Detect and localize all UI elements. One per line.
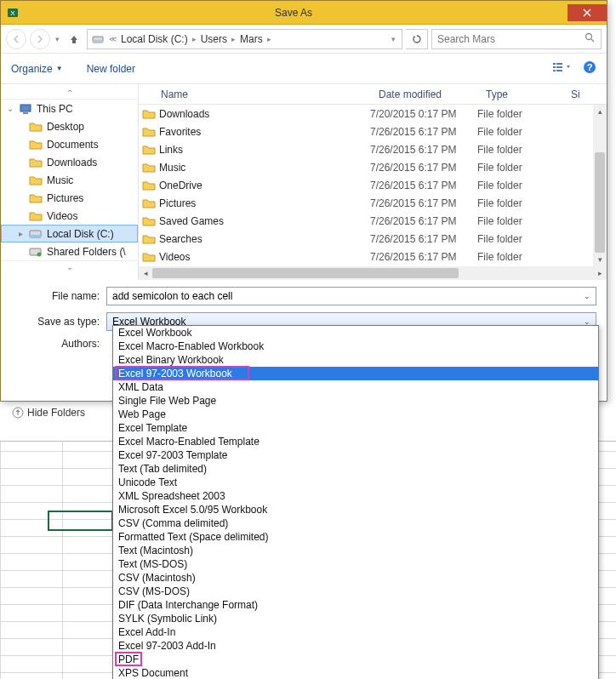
- file-row[interactable]: Favorites7/26/2015 6:17 PMFile folder: [139, 123, 607, 140]
- scroll-up-arrow[interactable]: ▴: [593, 105, 607, 118]
- filetype-option[interactable]: Excel Template: [113, 421, 598, 435]
- folder-icon: [29, 246, 43, 258]
- column-type[interactable]: Type: [479, 88, 564, 100]
- filetype-option[interactable]: Unicode Text: [113, 476, 598, 489]
- tree-item[interactable]: Downloads: [1, 153, 138, 171]
- tree-item-this-pc[interactable]: ⌄ This PC: [1, 100, 138, 117]
- scroll-down-arrow[interactable]: ▾: [593, 253, 607, 266]
- filetype-option[interactable]: Excel 97-2003 Workbook: [113, 367, 598, 380]
- expand-icon[interactable]: ▸: [16, 229, 25, 238]
- organize-menu[interactable]: Organize ▼: [11, 63, 63, 75]
- filetype-option[interactable]: Text (Tab delimited): [113, 462, 598, 476]
- breadcrumb-part[interactable]: Mars: [240, 33, 263, 45]
- svg-rect-16: [20, 105, 31, 111]
- file-row[interactable]: Pictures7/26/2015 6:17 PMFile folder: [139, 194, 607, 212]
- file-row[interactable]: OneDrive7/26/2015 6:17 PMFile folder: [139, 176, 607, 194]
- nav-history-dropdown[interactable]: ▾: [54, 35, 61, 43]
- filetype-option[interactable]: DIF (Data Interchange Format): [113, 598, 598, 612]
- filetype-option[interactable]: PDF: [113, 653, 598, 666]
- tree-item[interactable]: Pictures: [1, 189, 138, 207]
- tree-item[interactable]: Desktop: [1, 117, 138, 135]
- file-name: Music: [159, 162, 370, 174]
- file-row[interactable]: Music7/26/2015 6:17 PMFile folder: [139, 158, 607, 176]
- nav-forward-button[interactable]: [30, 29, 50, 49]
- hide-folders-button[interactable]: Hide Folders: [12, 407, 85, 419]
- filetype-option[interactable]: Single File Web Page: [113, 394, 598, 408]
- new-folder-button[interactable]: New folder: [87, 63, 135, 75]
- column-name[interactable]: Name: [154, 88, 372, 100]
- file-row[interactable]: Links7/26/2015 6:17 PMFile folder: [139, 140, 607, 158]
- filetype-option[interactable]: SYLK (Symbolic Link): [113, 612, 598, 625]
- window-close-button[interactable]: [568, 4, 607, 21]
- filetype-option[interactable]: Text (MS-DOS): [113, 557, 598, 571]
- column-date[interactable]: Date modified: [372, 88, 479, 100]
- folder-icon: [139, 180, 159, 191]
- address-bar[interactable]: ≪ Local Disk (C:) ▸ Users ▸ Mars ▸ ▾: [87, 29, 402, 49]
- tree-scroll-up[interactable]: ⌃: [1, 88, 138, 100]
- scroll-left-arrow[interactable]: ◂: [139, 266, 152, 280]
- filetype-option[interactable]: Text (Macintosh): [113, 544, 598, 557]
- filetype-option[interactable]: Formatted Text (Space delimited): [113, 530, 598, 544]
- filetype-option[interactable]: XML Spreadsheet 2003: [113, 489, 598, 503]
- scroll-right-arrow[interactable]: ▸: [593, 266, 607, 280]
- collapse-icon[interactable]: ⌄: [6, 104, 14, 113]
- folder-icon: [29, 121, 43, 133]
- file-row[interactable]: Searches7/26/2015 6:17 PMFile folder: [139, 230, 607, 248]
- file-type: File folder: [477, 215, 571, 227]
- breadcrumb-part[interactable]: Local Disk (C:): [121, 33, 188, 45]
- filetype-option[interactable]: CSV (Comma delimited): [113, 516, 598, 530]
- breadcrumb-separator: ≪: [106, 35, 119, 43]
- tree-scroll-down[interactable]: ⌄: [1, 260, 138, 272]
- tree-item-label: Documents: [47, 139, 99, 151]
- tree-item[interactable]: Videos: [1, 207, 138, 225]
- address-dropdown[interactable]: ▾: [389, 35, 398, 43]
- column-size[interactable]: Si: [564, 88, 581, 100]
- filetype-option[interactable]: Web Page: [113, 408, 598, 421]
- scrollbar-thumb[interactable]: [595, 152, 605, 253]
- nav-up-button[interactable]: [65, 30, 83, 48]
- svg-text:?: ?: [587, 62, 593, 72]
- nav-back-button[interactable]: [6, 29, 26, 49]
- tree-item[interactable]: Documents: [1, 135, 138, 153]
- filetype-option[interactable]: Excel Macro-Enabled Template: [113, 435, 598, 448]
- file-date: 7/26/2015 6:17 PM: [370, 144, 477, 156]
- chevron-right-icon[interactable]: ▸: [265, 35, 274, 43]
- chevron-right-icon[interactable]: ▸: [229, 35, 238, 43]
- search-box[interactable]: [431, 29, 602, 49]
- chevron-down-icon[interactable]: ⌄: [584, 292, 590, 300]
- file-name: Pictures: [159, 197, 370, 209]
- filetype-option[interactable]: CSV (MS-DOS): [113, 585, 598, 598]
- vertical-scrollbar[interactable]: ▴ ▾: [593, 105, 607, 266]
- svg-rect-5: [93, 40, 103, 43]
- tree-item[interactable]: Music: [1, 171, 138, 189]
- help-button[interactable]: ?: [583, 60, 596, 77]
- file-row[interactable]: Saved Games7/26/2015 6:17 PMFile folder: [139, 212, 607, 230]
- filetype-option[interactable]: XPS Document: [113, 666, 598, 679]
- file-row[interactable]: Downloads7/20/2015 0:17 PMFile folder: [139, 105, 607, 123]
- file-name: Saved Games: [159, 215, 370, 227]
- filename-field[interactable]: add semicolon to each cell ⌄: [106, 287, 596, 305]
- file-name: Links: [159, 144, 370, 156]
- filetype-option[interactable]: Excel Macro-Enabled Workbook: [113, 340, 598, 353]
- horizontal-scrollbar[interactable]: ◂ ▸: [139, 266, 607, 280]
- filetype-option[interactable]: Excel 97-2003 Template: [113, 448, 598, 462]
- saveastype-dropdown[interactable]: Excel WorkbookExcel Macro-Enabled Workbo…: [112, 325, 599, 679]
- breadcrumb-part[interactable]: Users: [201, 33, 227, 45]
- scrollbar-thumb[interactable]: [152, 268, 459, 278]
- filetype-option[interactable]: Microsoft Excel 5.0/95 Workbook: [113, 503, 598, 516]
- filetype-option[interactable]: CSV (Macintosh): [113, 571, 598, 585]
- refresh-button[interactable]: [406, 29, 428, 49]
- folder-icon: [139, 215, 159, 226]
- chevron-right-icon[interactable]: ▸: [190, 35, 199, 43]
- filetype-option[interactable]: Excel Workbook: [113, 326, 598, 340]
- filetype-option[interactable]: Excel Binary Workbook: [113, 353, 598, 367]
- filetype-option[interactable]: XML Data: [113, 380, 598, 394]
- folder-icon: [29, 174, 43, 186]
- file-row[interactable]: Videos7/26/2015 6:17 PMFile folder: [139, 248, 607, 265]
- search-input[interactable]: [437, 33, 579, 45]
- filetype-option[interactable]: Excel 97-2003 Add-In: [113, 639, 598, 653]
- tree-item[interactable]: ▸Local Disk (C:): [1, 225, 138, 242]
- filetype-option[interactable]: Excel Add-In: [113, 625, 598, 639]
- view-options-button[interactable]: [552, 61, 571, 76]
- tree-item[interactable]: Shared Folders (\: [1, 242, 138, 260]
